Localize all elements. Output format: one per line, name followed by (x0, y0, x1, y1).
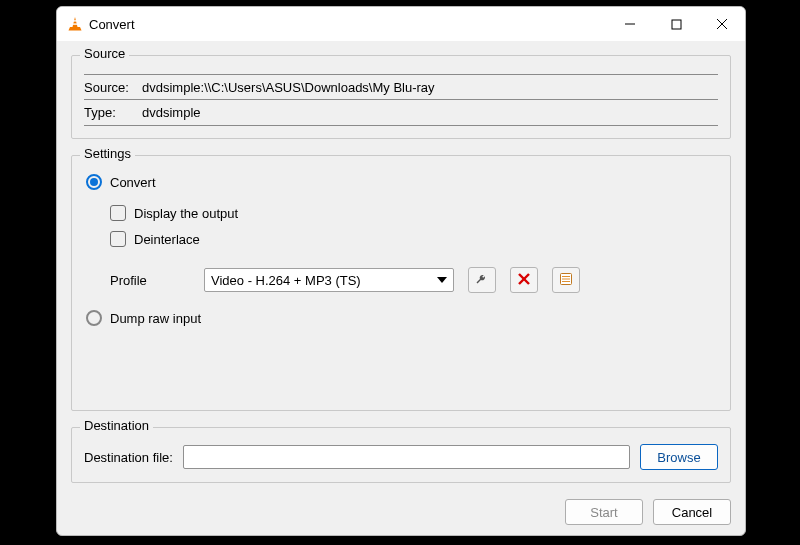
minimize-button[interactable] (607, 7, 653, 41)
browse-button[interactable]: Browse (640, 444, 718, 470)
convert-radio-label: Convert (110, 175, 156, 190)
titlebar: Convert (57, 7, 745, 41)
close-button[interactable] (699, 7, 745, 41)
vlc-cone-icon (67, 16, 83, 32)
display-output-checkbox[interactable] (110, 205, 126, 221)
destination-file-label: Destination file: (84, 450, 173, 465)
type-row: Type: dvdsimple (84, 100, 718, 126)
type-value: dvdsimple (140, 105, 718, 120)
display-output-row[interactable]: Display the output (110, 202, 718, 224)
cancel-button[interactable]: Cancel (653, 499, 731, 525)
svg-rect-0 (73, 20, 77, 21)
type-label: Type: (84, 105, 140, 120)
window-title: Convert (89, 17, 135, 32)
dump-radio[interactable] (86, 310, 102, 326)
source-group: Source Source: dvdsimple:\\C:\Users\ASUS… (71, 55, 731, 139)
convert-radio-row[interactable]: Convert (86, 174, 718, 190)
deinterlace-label: Deinterlace (134, 232, 200, 247)
profile-selected: Video - H.264 + MP3 (TS) (211, 273, 361, 288)
profile-dropdown[interactable]: Video - H.264 + MP3 (TS) (204, 268, 454, 292)
source-legend: Source (80, 46, 129, 61)
source-row: Source: dvdsimple:\\C:\Users\ASUS\Downlo… (84, 74, 718, 100)
dump-radio-label: Dump raw input (110, 311, 201, 326)
dialog-button-bar: Start Cancel (57, 493, 745, 535)
chevron-down-icon (437, 277, 447, 283)
svg-rect-3 (672, 20, 681, 29)
source-label: Source: (84, 80, 140, 95)
profile-row: Profile Video - H.264 + MP3 (TS) (110, 266, 718, 294)
dump-radio-row[interactable]: Dump raw input (86, 310, 718, 326)
new-profile-button[interactable] (552, 267, 580, 293)
start-button[interactable]: Start (565, 499, 643, 525)
new-profile-icon (559, 272, 573, 289)
profile-label: Profile (110, 273, 196, 288)
x-icon (518, 273, 530, 288)
destination-file-input[interactable] (183, 445, 630, 469)
deinterlace-row[interactable]: Deinterlace (110, 228, 718, 250)
deinterlace-checkbox[interactable] (110, 231, 126, 247)
convert-radio[interactable] (86, 174, 102, 190)
settings-legend: Settings (80, 146, 135, 161)
svg-rect-1 (73, 23, 78, 24)
destination-legend: Destination (80, 418, 153, 433)
destination-group: Destination Destination file: Browse (71, 427, 731, 483)
convert-dialog: Convert Source Source: dvdsimple:\\C:\Us… (56, 6, 746, 536)
settings-group: Settings Convert Display the output Dein… (71, 155, 731, 411)
wrench-icon (475, 272, 489, 289)
display-output-label: Display the output (134, 206, 238, 221)
delete-profile-button[interactable] (510, 267, 538, 293)
maximize-button[interactable] (653, 7, 699, 41)
edit-profile-button[interactable] (468, 267, 496, 293)
source-value: dvdsimple:\\C:\Users\ASUS\Downloads\My B… (140, 80, 718, 95)
